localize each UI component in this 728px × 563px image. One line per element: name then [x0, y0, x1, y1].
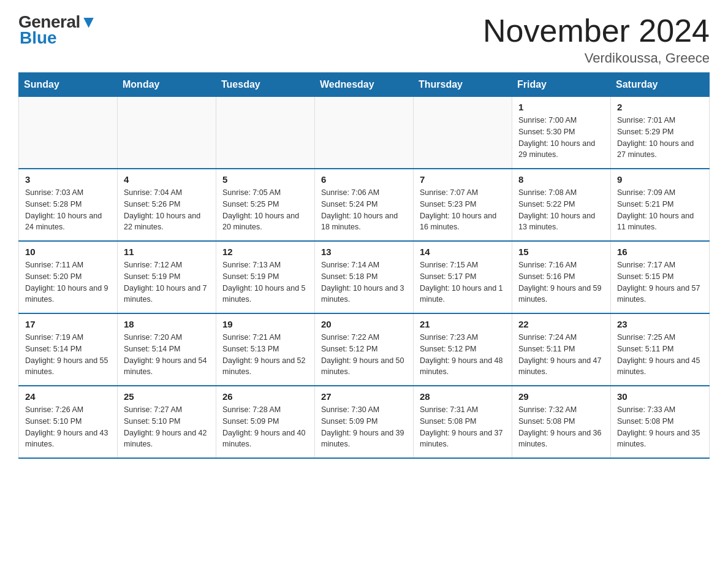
day-number: 2	[617, 102, 703, 112]
day-info: Sunrise: 7:31 AMSunset: 5:08 PMDaylight:…	[420, 404, 506, 450]
calendar-cell: 4Sunrise: 7:04 AMSunset: 5:26 PMDaylight…	[118, 169, 216, 241]
calendar-cell: 9Sunrise: 7:09 AMSunset: 5:21 PMDaylight…	[611, 169, 710, 241]
calendar-cell: 6Sunrise: 7:06 AMSunset: 5:24 PMDaylight…	[315, 169, 414, 241]
calendar-cell: 1Sunrise: 7:00 AMSunset: 5:30 PMDaylight…	[512, 97, 611, 169]
calendar-body: 1Sunrise: 7:00 AMSunset: 5:30 PMDaylight…	[19, 97, 710, 459]
day-number: 28	[420, 391, 506, 402]
day-info: Sunrise: 7:05 AMSunset: 5:25 PMDaylight:…	[222, 187, 308, 233]
day-number: 11	[124, 247, 210, 257]
day-number: 21	[420, 319, 506, 329]
calendar-week-2: 3Sunrise: 7:03 AMSunset: 5:28 PMDaylight…	[19, 169, 710, 241]
day-number: 15	[518, 247, 604, 257]
month-title: November 2024	[483, 12, 710, 49]
day-number: 23	[617, 319, 703, 329]
calendar-cell: 17Sunrise: 7:19 AMSunset: 5:14 PMDayligh…	[19, 313, 118, 386]
day-info: Sunrise: 7:23 AMSunset: 5:12 PMDaylight:…	[420, 332, 506, 378]
calendar-cell: 22Sunrise: 7:24 AMSunset: 5:11 PMDayligh…	[512, 313, 611, 386]
calendar-cell	[216, 97, 315, 169]
calendar-week-4: 17Sunrise: 7:19 AMSunset: 5:14 PMDayligh…	[19, 313, 710, 386]
day-number: 20	[321, 319, 407, 329]
calendar-cell: 20Sunrise: 7:22 AMSunset: 5:12 PMDayligh…	[315, 313, 414, 386]
calendar-cell	[315, 97, 414, 169]
day-info: Sunrise: 7:26 AMSunset: 5:10 PMDaylight:…	[25, 404, 111, 450]
day-info: Sunrise: 7:15 AMSunset: 5:17 PMDaylight:…	[420, 259, 506, 305]
day-number: 24	[25, 391, 111, 402]
page-header: General▼ Blue November 2024 Verdikoussa,…	[18, 12, 710, 66]
day-info: Sunrise: 7:32 AMSunset: 5:08 PMDaylight:…	[518, 404, 604, 450]
day-number: 17	[25, 319, 111, 329]
day-info: Sunrise: 7:20 AMSunset: 5:14 PMDaylight:…	[124, 332, 210, 378]
day-number: 9	[617, 174, 703, 185]
calendar-cell: 13Sunrise: 7:14 AMSunset: 5:18 PMDayligh…	[315, 241, 414, 313]
calendar-cell: 8Sunrise: 7:08 AMSunset: 5:22 PMDaylight…	[512, 169, 611, 241]
calendar-cell: 12Sunrise: 7:13 AMSunset: 5:19 PMDayligh…	[216, 241, 315, 313]
days-of-week-row: SundayMondayTuesdayWednesdayThursdayFrid…	[19, 73, 710, 97]
day-info: Sunrise: 7:16 AMSunset: 5:16 PMDaylight:…	[518, 259, 604, 305]
location-text: Verdikoussa, Greece	[483, 50, 710, 66]
day-info: Sunrise: 7:22 AMSunset: 5:12 PMDaylight:…	[321, 332, 407, 378]
calendar-cell: 3Sunrise: 7:03 AMSunset: 5:28 PMDaylight…	[19, 169, 118, 241]
day-number: 14	[420, 247, 506, 257]
day-header-tuesday: Tuesday	[216, 73, 315, 97]
calendar-week-3: 10Sunrise: 7:11 AMSunset: 5:20 PMDayligh…	[19, 241, 710, 313]
calendar-cell: 24Sunrise: 7:26 AMSunset: 5:10 PMDayligh…	[19, 386, 118, 458]
day-number: 22	[518, 319, 604, 329]
day-info: Sunrise: 7:12 AMSunset: 5:19 PMDaylight:…	[124, 259, 210, 305]
calendar-cell: 14Sunrise: 7:15 AMSunset: 5:17 PMDayligh…	[414, 241, 512, 313]
day-info: Sunrise: 7:04 AMSunset: 5:26 PMDaylight:…	[124, 187, 210, 233]
day-header-friday: Friday	[512, 73, 611, 97]
day-number: 7	[420, 174, 506, 185]
day-info: Sunrise: 7:00 AMSunset: 5:30 PMDaylight:…	[518, 115, 604, 161]
calendar-cell: 2Sunrise: 7:01 AMSunset: 5:29 PMDaylight…	[611, 97, 710, 169]
day-info: Sunrise: 7:01 AMSunset: 5:29 PMDaylight:…	[617, 115, 703, 161]
day-number: 26	[222, 391, 308, 402]
day-info: Sunrise: 7:33 AMSunset: 5:08 PMDaylight:…	[617, 404, 703, 450]
day-number: 6	[321, 174, 407, 185]
day-header-saturday: Saturday	[611, 73, 710, 97]
day-header-thursday: Thursday	[414, 73, 512, 97]
day-number: 4	[124, 174, 210, 185]
calendar-header: SundayMondayTuesdayWednesdayThursdayFrid…	[19, 73, 710, 97]
calendar-cell	[414, 97, 512, 169]
day-header-wednesday: Wednesday	[315, 73, 414, 97]
calendar-cell: 10Sunrise: 7:11 AMSunset: 5:20 PMDayligh…	[19, 241, 118, 313]
day-number: 10	[25, 247, 111, 257]
calendar-cell	[19, 97, 118, 169]
calendar-cell: 29Sunrise: 7:32 AMSunset: 5:08 PMDayligh…	[512, 386, 611, 458]
logo-triangle-icon: ▼	[80, 12, 97, 31]
day-info: Sunrise: 7:17 AMSunset: 5:15 PMDaylight:…	[617, 259, 703, 305]
day-number: 1	[518, 102, 604, 112]
day-info: Sunrise: 7:28 AMSunset: 5:09 PMDaylight:…	[222, 404, 308, 450]
calendar-table: SundayMondayTuesdayWednesdayThursdayFrid…	[18, 72, 710, 459]
calendar-cell	[118, 97, 216, 169]
calendar-week-1: 1Sunrise: 7:00 AMSunset: 5:30 PMDaylight…	[19, 97, 710, 169]
day-info: Sunrise: 7:13 AMSunset: 5:19 PMDaylight:…	[222, 259, 308, 305]
day-number: 13	[321, 247, 407, 257]
calendar-cell: 5Sunrise: 7:05 AMSunset: 5:25 PMDaylight…	[216, 169, 315, 241]
calendar-cell: 19Sunrise: 7:21 AMSunset: 5:13 PMDayligh…	[216, 313, 315, 386]
calendar-cell: 16Sunrise: 7:17 AMSunset: 5:15 PMDayligh…	[611, 241, 710, 313]
day-info: Sunrise: 7:07 AMSunset: 5:23 PMDaylight:…	[420, 187, 506, 233]
day-info: Sunrise: 7:21 AMSunset: 5:13 PMDaylight:…	[222, 332, 308, 378]
day-number: 12	[222, 247, 308, 257]
day-number: 25	[124, 391, 210, 402]
day-number: 29	[518, 391, 604, 402]
title-section: November 2024 Verdikoussa, Greece	[483, 12, 710, 66]
day-number: 30	[617, 391, 703, 402]
day-info: Sunrise: 7:25 AMSunset: 5:11 PMDaylight:…	[617, 332, 703, 378]
calendar-cell: 7Sunrise: 7:07 AMSunset: 5:23 PMDaylight…	[414, 169, 512, 241]
calendar-week-5: 24Sunrise: 7:26 AMSunset: 5:10 PMDayligh…	[19, 386, 710, 458]
day-info: Sunrise: 7:19 AMSunset: 5:14 PMDaylight:…	[25, 332, 111, 378]
day-number: 27	[321, 391, 407, 402]
logo-text-bottom: Blue	[20, 28, 57, 48]
calendar-cell: 28Sunrise: 7:31 AMSunset: 5:08 PMDayligh…	[414, 386, 512, 458]
day-info: Sunrise: 7:14 AMSunset: 5:18 PMDaylight:…	[321, 259, 407, 305]
day-number: 19	[222, 319, 308, 329]
day-info: Sunrise: 7:06 AMSunset: 5:24 PMDaylight:…	[321, 187, 407, 233]
day-info: Sunrise: 7:08 AMSunset: 5:22 PMDaylight:…	[518, 187, 604, 233]
calendar-cell: 27Sunrise: 7:30 AMSunset: 5:09 PMDayligh…	[315, 386, 414, 458]
day-number: 18	[124, 319, 210, 329]
day-info: Sunrise: 7:27 AMSunset: 5:10 PMDaylight:…	[124, 404, 210, 450]
calendar-cell: 18Sunrise: 7:20 AMSunset: 5:14 PMDayligh…	[118, 313, 216, 386]
calendar-cell: 21Sunrise: 7:23 AMSunset: 5:12 PMDayligh…	[414, 313, 512, 386]
